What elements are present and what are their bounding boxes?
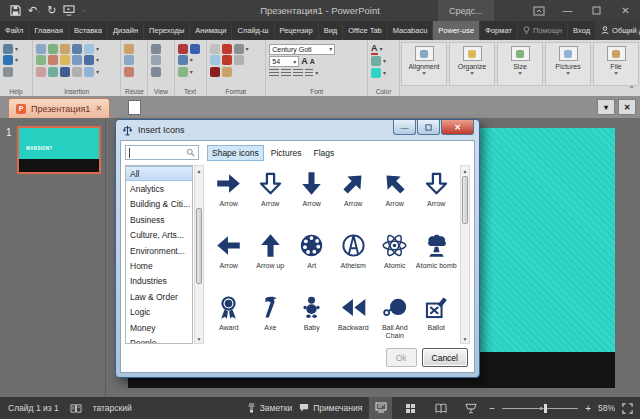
ribbon-icon[interactable]	[210, 44, 220, 54]
minimize-button[interactable]: —	[553, 0, 582, 21]
ribbon-icon[interactable]	[60, 44, 70, 54]
alignment-icon[interactable]	[293, 69, 303, 77]
ribbon-tab-3[interactable]: Дизайн	[108, 21, 144, 40]
ribbon-icon[interactable]	[222, 55, 232, 65]
category-item-9[interactable]: Logic	[126, 305, 192, 320]
scroll-down-icon[interactable]: ▼	[195, 334, 203, 343]
accessibility-icon[interactable]	[70, 403, 82, 414]
ribbon-icon[interactable]	[72, 55, 82, 65]
ribbon-icon[interactable]	[124, 44, 134, 54]
category-item-4[interactable]: Culture, Arts...	[126, 228, 192, 243]
close-doc-tab-icon[interactable]: ✕	[95, 104, 102, 113]
tab-help[interactable]: Помощн	[518, 21, 568, 40]
redo-icon[interactable]: ↻	[47, 5, 56, 16]
zoom-out-icon[interactable]: −	[489, 403, 495, 414]
icon-cell-mushroom-cloud[interactable]: Atomic bomb	[416, 228, 458, 290]
icon-cell-ballot[interactable]: Ballot	[416, 290, 458, 352]
ribbon-tab-1[interactable]: Главная	[29, 21, 69, 40]
ribbon-tab-0[interactable]: Файл	[0, 21, 29, 40]
ok-button[interactable]: Ok	[386, 348, 417, 367]
ribbon-icon[interactable]	[151, 67, 161, 77]
save-icon[interactable]	[10, 5, 21, 16]
ribbon-icon[interactable]	[36, 67, 46, 77]
icon-cell-palette[interactable]: Art	[291, 228, 333, 290]
ribbon-icon[interactable]	[151, 44, 161, 54]
icon-cell-arrow-right[interactable]: Arrow	[208, 166, 250, 228]
ribbon-button-pictures[interactable]: Pictures▾	[545, 42, 591, 86]
scroll-up-icon[interactable]: ▲	[195, 166, 203, 175]
grid-scroll-up-icon[interactable]: ▲	[461, 166, 469, 175]
ribbon-icon[interactable]	[210, 55, 220, 65]
grid-scrollbar[interactable]: ▲ ▼	[460, 165, 470, 344]
icon-cell-arrow-ne[interactable]: Arrow	[333, 166, 375, 228]
ribbon-icon[interactable]	[124, 55, 134, 65]
ribbon-icon[interactable]	[36, 55, 46, 65]
customize-qat-icon[interactable]: ▾	[82, 8, 85, 14]
list-bullets-icon[interactable]	[305, 69, 313, 77]
alignment-icon[interactable]	[269, 69, 279, 77]
ribbon-tab-10[interactable]: Macabacu	[388, 21, 434, 40]
reading-view-button[interactable]	[429, 397, 452, 419]
ribbon-icon[interactable]	[48, 44, 58, 54]
icon-cell-arrow-down[interactable]: Arrow	[291, 166, 333, 228]
font-color-icon[interactable]: A	[371, 44, 378, 55]
normal-view-button[interactable]	[369, 397, 392, 419]
category-item-5[interactable]: Environment...	[126, 243, 192, 258]
ribbon-icon[interactable]	[234, 55, 244, 65]
ribbon-icon[interactable]	[222, 67, 232, 77]
grow-font-icon[interactable]: A	[301, 57, 308, 66]
category-item-0[interactable]: All	[126, 166, 192, 181]
grid-scroll-down-icon[interactable]: ▼	[461, 334, 469, 343]
ribbon-display-options-icon[interactable]	[524, 0, 553, 21]
grid-scrollbar-thumb[interactable]	[462, 176, 468, 224]
ribbon-button-size[interactable]: Size▾	[497, 42, 543, 86]
ribbon-icon[interactable]	[178, 67, 188, 77]
undo-icon[interactable]: ↶▾	[28, 5, 40, 16]
dialog-tab-1[interactable]: Pictures	[266, 145, 307, 161]
ribbon-button-file[interactable]: File▾	[593, 42, 639, 86]
ribbon-icon[interactable]	[36, 44, 46, 54]
icon-cell-backward[interactable]: Backward	[333, 290, 375, 352]
ribbon-tab-9[interactable]: Office Tab	[343, 21, 388, 40]
ribbon-tab-2[interactable]: Вставка	[69, 21, 108, 40]
cancel-button[interactable]: Cancel	[422, 348, 468, 367]
icon-cell-arrow-outline-down[interactable]: Arrow	[250, 166, 292, 228]
ribbon-icon[interactable]	[222, 44, 232, 54]
ribbon-icon[interactable]	[210, 67, 220, 77]
ribbon-tab-11[interactable]: Power-use	[433, 21, 480, 40]
font-size-combobox[interactable]: 54▾	[269, 56, 299, 67]
icon-search-input[interactable]	[125, 145, 199, 160]
ribbon-icon[interactable]	[151, 55, 161, 65]
ribbon-tab-6[interactable]: Слайд-ш	[232, 21, 274, 40]
language-indicator[interactable]: татарский	[93, 403, 132, 413]
ribbon-tab-7[interactable]: Рецензир	[275, 21, 319, 40]
ribbon-icon[interactable]	[84, 67, 94, 77]
ribbon-tab-12[interactable]: Формат	[480, 21, 518, 40]
zoom-in-icon[interactable]: +	[585, 403, 591, 414]
ribbon-icon[interactable]	[84, 55, 94, 65]
maximize-button[interactable]	[582, 0, 611, 21]
ribbon-icon[interactable]	[72, 44, 82, 54]
ribbon-icon[interactable]	[190, 44, 200, 54]
icon-cell-baby[interactable]: Baby	[291, 290, 333, 352]
tab-bar-close-icon[interactable]: ✕	[618, 99, 636, 115]
ribbon-icon[interactable]	[178, 55, 188, 65]
icon-cell-atom[interactable]: Atomic	[374, 228, 416, 290]
notes-button[interactable]: Заметки	[247, 403, 293, 413]
category-item-7[interactable]: Industries	[126, 274, 192, 289]
category-scrollbar[interactable]: ▲ ▼	[194, 165, 204, 344]
icon-cell-arrow-nw[interactable]: Arrow	[374, 166, 416, 228]
icon-cell-atheism[interactable]: Atheism	[333, 228, 375, 290]
slide-thumbnail[interactable]: MANSION?	[17, 126, 101, 174]
slide-sorter-view-button[interactable]	[399, 397, 422, 419]
zoom-level[interactable]: 58%	[598, 403, 615, 413]
close-button[interactable]: ✕	[611, 0, 640, 21]
ribbon-icon[interactable]	[72, 67, 82, 77]
ribbon-icon[interactable]	[178, 44, 188, 54]
icon-cell-arrow-outline-down2[interactable]: Arrow	[416, 166, 458, 228]
ribbon-tab-4[interactable]: Переходы	[144, 21, 190, 40]
icon-cell-medal[interactable]: Award	[208, 290, 250, 352]
ribbon-icon[interactable]	[48, 67, 58, 77]
ribbon-icon[interactable]	[371, 68, 381, 78]
icon-cell-arrow-up[interactable]: Arrow up	[250, 228, 292, 290]
